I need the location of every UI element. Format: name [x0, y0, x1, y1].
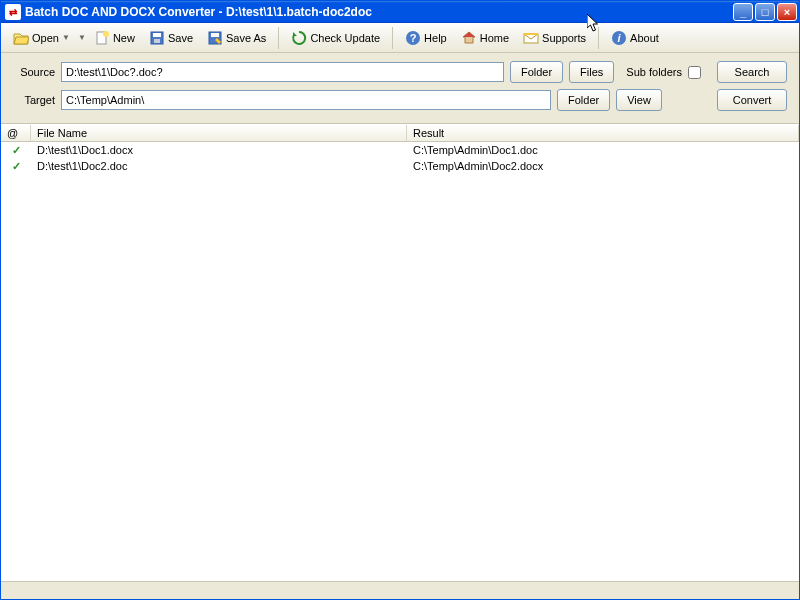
- col-result[interactable]: Result: [407, 125, 799, 141]
- source-label: Source: [13, 66, 55, 78]
- open-label: Open: [32, 32, 59, 44]
- home-label: Home: [480, 32, 509, 44]
- open-dropdown[interactable]: ▼: [78, 33, 86, 42]
- app-window: ⇄ Batch DOC AND DOCX Converter - D:\test…: [0, 0, 800, 600]
- file-list[interactable]: @ File Name Result ✓D:\test\1\Doc1.docxC…: [1, 123, 799, 581]
- col-filename[interactable]: File Name: [31, 125, 407, 141]
- target-label: Target: [13, 94, 55, 106]
- statusbar: [1, 581, 799, 599]
- convert-button[interactable]: Convert: [717, 89, 787, 111]
- save-label: Save: [168, 32, 193, 44]
- new-icon: [94, 30, 110, 46]
- col-status[interactable]: @: [1, 125, 31, 141]
- check-update-button[interactable]: Check Update: [285, 27, 386, 49]
- source-files-button[interactable]: Files: [569, 61, 614, 83]
- check-icon: ✓: [1, 160, 31, 173]
- new-button[interactable]: New: [88, 27, 141, 49]
- check-icon: ✓: [1, 144, 31, 157]
- open-button[interactable]: Open ▼: [7, 27, 76, 49]
- minimize-button[interactable]: _: [733, 3, 753, 21]
- subfolders-label: Sub folders: [626, 66, 682, 78]
- saveas-button[interactable]: Save As: [201, 27, 272, 49]
- supports-icon: [523, 30, 539, 46]
- check-update-icon: [291, 30, 307, 46]
- maximize-button[interactable]: □: [755, 3, 775, 21]
- subfolders-checkbox[interactable]: [688, 66, 701, 79]
- help-icon: ?: [405, 30, 421, 46]
- search-button[interactable]: Search: [717, 61, 787, 83]
- svg-rect-6: [211, 33, 219, 37]
- supports-button[interactable]: Supports: [517, 27, 592, 49]
- svg-rect-3: [153, 33, 161, 37]
- save-icon: [149, 30, 165, 46]
- app-icon: ⇄: [5, 4, 21, 20]
- cell-filename: D:\test\1\Doc2.doc: [31, 160, 407, 172]
- saveas-label: Save As: [226, 32, 266, 44]
- open-dropdown-icon: ▼: [62, 33, 70, 42]
- source-input[interactable]: [61, 62, 504, 82]
- supports-label: Supports: [542, 32, 586, 44]
- cell-result: C:\Temp\Admin\Doc2.docx: [407, 160, 799, 172]
- separator: [392, 27, 393, 49]
- list-header: @ File Name Result: [1, 124, 799, 142]
- cell-result: C:\Temp\Admin\Doc1.doc: [407, 144, 799, 156]
- about-icon: i: [611, 30, 627, 46]
- target-folder-button[interactable]: Folder: [557, 89, 610, 111]
- save-button[interactable]: Save: [143, 27, 199, 49]
- target-input[interactable]: [61, 90, 551, 110]
- titlebar[interactable]: ⇄ Batch DOC AND DOCX Converter - D:\test…: [1, 1, 799, 23]
- about-button[interactable]: i About: [605, 27, 665, 49]
- window-title: Batch DOC AND DOCX Converter - D:\test\1…: [25, 5, 733, 19]
- toolbar: Open ▼ ▼ New Save Save As Check Update ?…: [1, 23, 799, 53]
- help-label: Help: [424, 32, 447, 44]
- saveas-icon: [207, 30, 223, 46]
- target-view-button[interactable]: View: [616, 89, 662, 111]
- close-button[interactable]: ×: [777, 3, 797, 21]
- table-row[interactable]: ✓D:\test\1\Doc2.docC:\Temp\Admin\Doc2.do…: [1, 158, 799, 174]
- new-label: New: [113, 32, 135, 44]
- svg-rect-10: [524, 33, 538, 35]
- svg-rect-4: [154, 39, 160, 43]
- source-folder-button[interactable]: Folder: [510, 61, 563, 83]
- open-icon: [13, 30, 29, 46]
- home-icon: [461, 30, 477, 46]
- check-update-label: Check Update: [310, 32, 380, 44]
- about-label: About: [630, 32, 659, 44]
- svg-text:?: ?: [410, 32, 417, 44]
- table-row[interactable]: ✓D:\test\1\Doc1.docxC:\Temp\Admin\Doc1.d…: [1, 142, 799, 158]
- separator: [598, 27, 599, 49]
- form-panel: Source Folder Files Sub folders Search T…: [1, 53, 799, 123]
- svg-point-1: [103, 31, 109, 37]
- home-button[interactable]: Home: [455, 27, 515, 49]
- cell-filename: D:\test\1\Doc1.docx: [31, 144, 407, 156]
- help-button[interactable]: ? Help: [399, 27, 453, 49]
- separator: [278, 27, 279, 49]
